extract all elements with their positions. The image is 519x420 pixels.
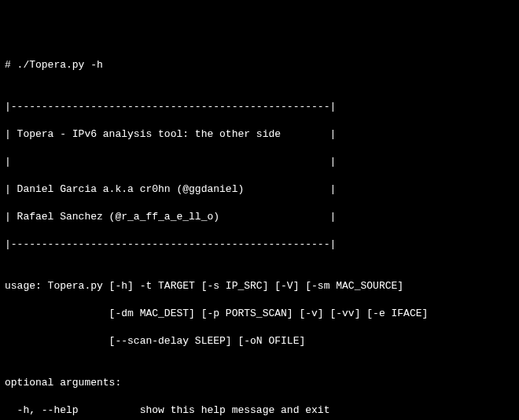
banner-spacer: | | [5,155,514,169]
optional-args-header: optional arguments: [5,376,514,390]
usage-line-3: [--scan-delay SLEEP] [-oN OFILE] [5,334,514,348]
banner-author-1: | Daniel Garcia a.k.a cr0hn (@ggdaniel) … [5,182,514,197]
banner-border-top: |---------------------------------------… [5,100,514,114]
banner-border-bottom: |---------------------------------------… [5,238,514,252]
command-prompt: # ./Topera.py -h [5,58,514,72]
banner-title: | Topera - IPv6 analysis tool: the other… [5,127,514,142]
usage-line-1: usage: Topera.py [-h] -t TARGET [-s IP_S… [5,279,514,293]
usage-line-2: [-dm MAC_DEST] [-p PORTS_SCAN] [-v] [-vv… [5,307,514,321]
banner-author-2: | Rafael Sanchez (@r_a_ff_a_e_ll_o) | [5,210,514,224]
opt-help: -h, --help show this help message and ex… [5,403,514,418]
